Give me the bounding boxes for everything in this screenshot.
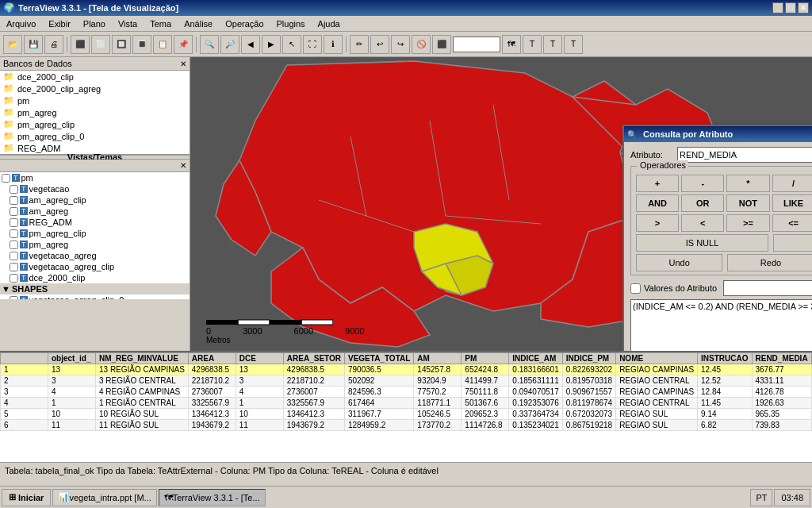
start-button[interactable]: ⊞ Iniciar bbox=[2, 489, 51, 506]
valores-checkbox[interactable] bbox=[630, 283, 641, 294]
tree-check-vac[interactable] bbox=[10, 263, 18, 271]
op-like[interactable]: LIKE bbox=[772, 194, 813, 212]
th-area-setor[interactable]: AREA_SETOR bbox=[283, 353, 344, 364]
op-plus[interactable]: + bbox=[636, 175, 679, 192]
toolbar-btn-14[interactable]: ↖ bbox=[282, 35, 301, 54]
toolbar-btn-22[interactable]: 🗺 bbox=[502, 35, 521, 54]
tree-check-am-ac[interactable] bbox=[10, 196, 18, 205]
menu-plano[interactable]: Plano bbox=[80, 17, 109, 30]
tree-dce-clip[interactable]: T dce_2000_clip bbox=[0, 272, 190, 283]
toolbar-btn-19[interactable]: ↪ bbox=[391, 35, 410, 54]
redo-btn[interactable]: Redo bbox=[727, 254, 812, 271]
tree-pm-agreg[interactable]: T pm_agreg bbox=[0, 239, 190, 250]
maximize-button[interactable]: □ bbox=[785, 2, 796, 13]
toolbar-btn-5[interactable]: ⬜ bbox=[91, 35, 110, 54]
op-not[interactable]: NOT bbox=[726, 194, 769, 212]
tree-check-pmac[interactable] bbox=[10, 229, 18, 238]
tree-pm-agreg-clip[interactable]: T pm_agreg_clip bbox=[0, 228, 190, 239]
minimize-button[interactable]: _ bbox=[772, 2, 783, 13]
db-item-0[interactable]: 📁dce_2000_clip bbox=[0, 71, 190, 83]
db-item-3[interactable]: 📁pm_agreg bbox=[0, 106, 190, 118]
th-vegeta[interactable]: VEGETA_TOTAL bbox=[344, 353, 413, 364]
toolbar-btn-24[interactable]: T bbox=[543, 35, 562, 54]
query-textarea[interactable]: (INDICE_AM <= 0.2) AND (REND_MEDIA >= 35… bbox=[630, 299, 812, 351]
db-item-5[interactable]: 📁pm_agreg_clip_0 bbox=[0, 130, 190, 142]
table-row[interactable]: 4 1 1 REGIÃO CENTRAL 3325567.9 1 3325567… bbox=[1, 398, 813, 409]
th-indice-am[interactable]: INDICE_AM bbox=[509, 353, 562, 364]
op-or[interactable]: OR bbox=[681, 194, 724, 212]
tree-check-veg[interactable] bbox=[10, 185, 18, 194]
tree-vac0[interactable]: T vegetacao_agreg_clip_0 bbox=[0, 294, 190, 299]
op-and[interactable]: AND bbox=[636, 194, 679, 212]
th-indice-pm[interactable]: INDICE_PM bbox=[562, 353, 615, 364]
table-row[interactable]: 6 11 11 REGIÃO SUL 1943679.2 11 1943679.… bbox=[1, 420, 813, 431]
toolbar-btn-10[interactable]: 🔍 bbox=[200, 35, 219, 54]
toolbar-btn-25[interactable]: T bbox=[564, 35, 583, 54]
zoom-input[interactable]: 91196 bbox=[453, 37, 500, 52]
th-am[interactable]: AM bbox=[414, 353, 462, 364]
menu-tema[interactable]: Tema bbox=[147, 17, 174, 30]
tree-check-reg[interactable] bbox=[10, 218, 18, 227]
toolbar-btn-18[interactable]: ↩ bbox=[370, 35, 389, 54]
th-rend-media[interactable]: REND_MEDIA bbox=[752, 353, 811, 364]
th-area[interactable]: AREA bbox=[188, 353, 236, 364]
op-multiply[interactable]: * bbox=[726, 175, 769, 192]
tree-check-pma[interactable] bbox=[10, 241, 18, 249]
toolbar-btn-9[interactable]: 📌 bbox=[174, 35, 193, 54]
menu-plugins[interactable]: Plugins bbox=[274, 17, 308, 30]
db-item-4[interactable]: 📁pm_agreg_clip bbox=[0, 118, 190, 130]
taskbar-item-1[interactable]: 🗺 TerraView 3.3.1 - [Te... bbox=[159, 489, 266, 506]
toolbar-btn-23[interactable]: T bbox=[523, 35, 542, 54]
menu-vista[interactable]: Vista bbox=[115, 17, 140, 30]
tree-am-agreg[interactable]: T am_agreg bbox=[0, 206, 190, 217]
toolbar-btn-16[interactable]: ℹ bbox=[324, 35, 343, 54]
table-row[interactable]: 2 3 3 REGIÃO CENTRAL 2218710.2 3 2218710… bbox=[1, 375, 813, 387]
attribute-combo[interactable]: REND_MEDIA ▼ bbox=[677, 147, 812, 163]
menu-exibir[interactable]: Exibir bbox=[45, 17, 74, 30]
undo-btn[interactable]: Undo bbox=[636, 254, 722, 271]
table-row[interactable]: 3 4 4 REGIÃO CAMPINAS 2736007 4 2736007 … bbox=[1, 387, 813, 398]
close-button[interactable]: ✕ bbox=[798, 2, 809, 13]
toolbar-btn-20[interactable]: 🚫 bbox=[412, 35, 431, 54]
valores-combo[interactable]: ▼ bbox=[723, 280, 812, 296]
toolbar-btn-12[interactable]: ◀ bbox=[241, 35, 260, 54]
toolbar-btn-17[interactable]: ✏ bbox=[350, 35, 369, 54]
th-nm-reg[interactable]: NM_REG_MINVALUE bbox=[96, 353, 189, 364]
th-object-id[interactable]: object_id_ bbox=[48, 353, 96, 364]
tree-check-pm[interactable] bbox=[2, 174, 10, 183]
th-pm[interactable]: PM bbox=[462, 353, 509, 364]
toolbar-btn-7[interactable]: 🔳 bbox=[132, 35, 151, 54]
op-gte[interactable]: >= bbox=[726, 214, 769, 232]
taskbar-item-0[interactable]: 📊 vegeta_intra.ppt [M... bbox=[52, 489, 156, 506]
toolbar-btn-1[interactable]: 📂 bbox=[3, 35, 22, 54]
op-lte[interactable]: <= bbox=[772, 214, 813, 232]
toolbar-btn-13[interactable]: ▶ bbox=[262, 35, 281, 54]
db-item-1[interactable]: 📁dce_2000_clip_agreg bbox=[0, 83, 190, 94]
tree-am-agreg-clip[interactable]: T am_agreg_clip bbox=[0, 194, 190, 206]
table-row[interactable]: 5 10 10 REGIÃO SUL 1346412.3 10 1346412.… bbox=[1, 409, 813, 420]
tree-vegetacao[interactable]: T vegetacao bbox=[0, 183, 190, 194]
toolbar-btn-8[interactable]: 📋 bbox=[153, 35, 172, 54]
menu-operacao[interactable]: Operação bbox=[222, 17, 266, 30]
vistas-close[interactable]: ✕ bbox=[180, 161, 186, 170]
th-nome[interactable]: NOME bbox=[616, 353, 698, 364]
toolbar-btn-4[interactable]: ⬛ bbox=[71, 35, 90, 54]
toolbar-btn-15[interactable]: ⛶ bbox=[303, 35, 322, 54]
op-divide[interactable]: / bbox=[772, 175, 813, 192]
table-row[interactable]: 1 13 13 REGIÃO CAMPINAS 4296838.5 13 429… bbox=[1, 364, 813, 375]
toolbar-btn-11[interactable]: 🔎 bbox=[220, 35, 239, 54]
tree-check-dce[interactable] bbox=[10, 274, 18, 283]
tree-veg-agreg-clip[interactable]: T vegetacao_agreg_clip bbox=[0, 261, 190, 272]
db-item-2[interactable]: 📁pm bbox=[0, 94, 190, 106]
toolbar-btn-2[interactable]: 💾 bbox=[24, 35, 43, 54]
tree-check-vac0[interactable] bbox=[10, 296, 18, 300]
tree-check-am-a[interactable] bbox=[10, 207, 18, 216]
tree-root-pm[interactable]: T pm bbox=[0, 172, 190, 183]
toolbar-btn-21[interactable]: ⬛ bbox=[432, 35, 451, 54]
is-not-null-btn[interactable]: IS NOT NULL bbox=[773, 234, 812, 252]
op-minus[interactable]: - bbox=[681, 175, 724, 192]
op-lt[interactable]: < bbox=[681, 214, 724, 232]
databases-close[interactable]: ✕ bbox=[180, 60, 186, 68]
is-null-btn[interactable]: IS NULL bbox=[636, 234, 768, 252]
map-area[interactable]: 0 3000 6000 9000 Metros 🔍 Consulta por A… bbox=[190, 57, 812, 351]
